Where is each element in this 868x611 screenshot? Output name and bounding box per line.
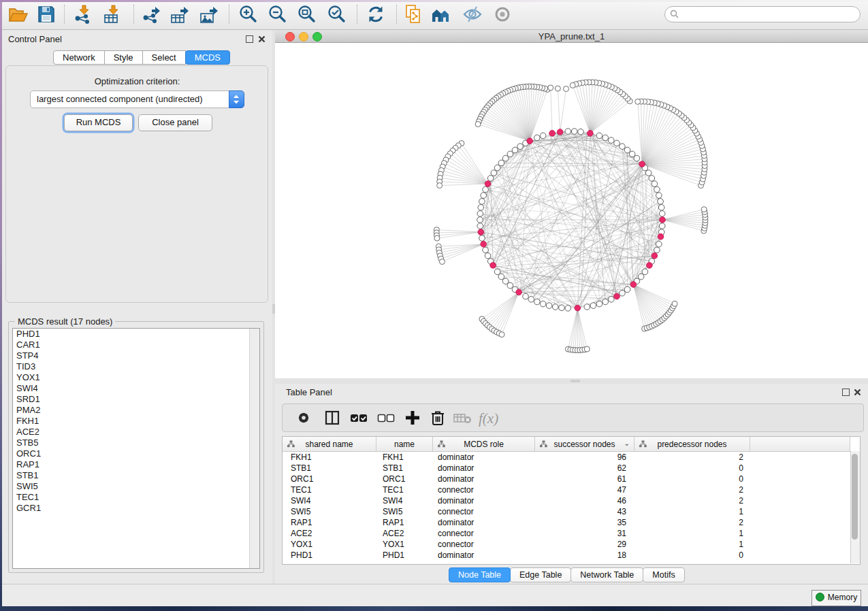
inactive-eye-icon[interactable] (492, 3, 513, 25)
toolbar-separator (133, 5, 134, 24)
column-header-successor-nodes[interactable]: successor nodes⌄ (535, 437, 634, 451)
tab-select[interactable]: Select (142, 50, 186, 65)
mcds-result-item[interactable]: SWI4 (13, 383, 259, 394)
horizontal-splitter[interactable] (275, 378, 868, 384)
search-icon (670, 10, 679, 19)
mcds-result-item[interactable]: TID3 (13, 361, 259, 372)
desktop-wallpaper-edge-left (0, 2, 2, 606)
mcds-result-item[interactable]: GCR1 (13, 503, 259, 514)
refresh-icon[interactable] (365, 3, 387, 25)
table-row[interactable]: FKH1FKH1dominator962 (283, 452, 850, 463)
toolbar-separator (229, 5, 229, 24)
add-column-icon[interactable] (404, 409, 421, 429)
table-panel-title: Table Panel (286, 387, 332, 397)
control-panel-tabs: NetworkStyleSelectMCDS (54, 50, 230, 65)
tab-network[interactable]: Network (53, 50, 105, 65)
close-panel-button[interactable]: Close panel (138, 114, 212, 131)
mcds-result-group: MCDS result (17 nodes) PHD1CAR1STP4TID3Y… (8, 321, 264, 573)
desktop-wallpaper-edge-bottom (0, 606, 868, 611)
mcds-list-scrollbar[interactable] (249, 329, 259, 568)
import-table-icon[interactable] (101, 3, 123, 25)
table-panel: Table Panel f(x) shared namenameMCDS rol… (275, 384, 868, 584)
function-builder-icon: f(x) (477, 409, 504, 430)
close-table-panel-icon[interactable] (854, 388, 861, 398)
network-canvas[interactable] (275, 43, 868, 378)
tab-edge-table[interactable]: Edge Table (510, 567, 571, 582)
tab-network-table[interactable]: Network Table (570, 567, 643, 582)
mcds-result-item[interactable]: ORC1 (13, 448, 259, 459)
desktop-wallpaper-edge (0, 0, 868, 2)
table-row[interactable]: PHD1PHD1dominator180 (283, 550, 850, 561)
toolbar-separator (64, 5, 65, 24)
mcds-result-item[interactable]: TEC1 (13, 492, 259, 503)
column-header-shared-name[interactable]: shared name (283, 437, 376, 451)
mcds-result-item[interactable]: STB1 (13, 470, 259, 481)
mcds-result-item[interactable]: STB5 (13, 437, 259, 448)
zoom-out-icon[interactable] (266, 3, 288, 25)
save-icon[interactable] (35, 3, 57, 25)
node-table: shared namenameMCDS rolesuccessor nodes⌄… (282, 436, 861, 565)
mcds-result-item[interactable]: SWI5 (13, 481, 259, 492)
dropdown-value: largest connected component (undirected) (37, 94, 203, 104)
table-row[interactable]: SWI4SWI4dominator462 (283, 495, 850, 506)
close-panel-icon[interactable] (258, 35, 266, 45)
mcds-result-item[interactable]: RAP1 (13, 459, 259, 470)
open-folder-icon[interactable] (7, 3, 29, 25)
gear-icon[interactable] (295, 409, 312, 429)
zoom-selected-icon[interactable] (325, 3, 347, 25)
memory-status-icon (816, 593, 824, 601)
select-all-icon[interactable] (349, 409, 368, 429)
table-row[interactable]: TEC1TEC1connector472 (283, 484, 850, 495)
application-window: Control Panel NetworkStyleSelectMCDS Opt… (0, 0, 868, 611)
dropdown-stepper-icon (229, 90, 244, 108)
mcds-result-item[interactable]: YOX1 (13, 372, 259, 383)
mcds-result-item[interactable]: CAR1 (13, 340, 259, 350)
zoom-in-icon[interactable] (237, 3, 259, 25)
export-table-icon[interactable] (169, 3, 191, 25)
mcds-result-item[interactable]: STP4 (13, 350, 259, 361)
deselect-all-icon[interactable] (376, 409, 396, 429)
table-header-row: shared namenameMCDS rolesuccessor nodes⌄… (283, 437, 850, 452)
export-image-icon[interactable] (198, 3, 220, 25)
memory-button[interactable]: Memory (811, 590, 861, 606)
column-header-predecessor-nodes[interactable]: predecessor nodes (634, 437, 750, 451)
table-toolbar: f(x) (282, 403, 864, 432)
optimization-criterion-dropdown[interactable]: largest connected component (undirected) (30, 90, 244, 108)
tab-style[interactable]: Style (104, 50, 143, 65)
tab-node-table[interactable]: Node Table (449, 567, 511, 582)
table-row[interactable]: ORC1ORC1dominator610 (283, 474, 850, 484)
table-row[interactable]: SWI5SWI5connector431 (283, 506, 850, 517)
search-input[interactable] (664, 6, 861, 22)
tab-mcds[interactable]: MCDS (185, 50, 230, 65)
mcds-result-item[interactable]: PMA2 (13, 405, 259, 416)
table-row[interactable]: RAP1RAP1dominator352 (283, 517, 850, 528)
float-table-panel-icon[interactable] (842, 389, 850, 396)
network-window-titlebar[interactable]: YPA_prune.txt_1 (275, 30, 868, 43)
mcds-result-item[interactable]: SRD1 (13, 394, 259, 405)
mcds-result-item[interactable]: FKH1 (13, 416, 259, 427)
column-header-empty[interactable] (750, 437, 850, 451)
float-panel-icon[interactable] (246, 35, 253, 43)
table-row[interactable]: YOX1YOX1connector291 (283, 539, 850, 550)
mcds-result-list[interactable]: PHD1CAR1STP4TID3YOX1SWI4SRD1PMA2FKH1ACE2… (12, 328, 260, 569)
mcds-result-legend: MCDS result (17 nodes) (15, 316, 115, 327)
column-header-name[interactable]: name (376, 437, 433, 451)
split-columns-icon[interactable] (323, 409, 341, 429)
toolbar-separator (357, 5, 357, 24)
run-mcds-button[interactable]: Run MCDS (64, 114, 133, 131)
copy-network-icon[interactable] (403, 3, 425, 25)
hide-panel-icon[interactable] (462, 3, 483, 25)
network-overview-icon[interactable] (430, 3, 452, 25)
export-network-icon[interactable] (140, 3, 162, 25)
table-row[interactable]: STB1STB1dominator620 (283, 463, 850, 474)
table-scrollbar[interactable] (850, 451, 860, 563)
control-panel: Control Panel NetworkStyleSelectMCDS Opt… (2, 30, 272, 584)
zoom-fit-icon[interactable] (295, 3, 317, 25)
column-header-MCDS-role[interactable]: MCDS role (433, 437, 535, 451)
mcds-result-item[interactable]: ACE2 (13, 427, 259, 437)
import-network-icon[interactable] (72, 3, 94, 25)
delete-icon[interactable] (429, 409, 447, 429)
table-row[interactable]: ACE2ACE2connector311 (283, 528, 850, 539)
mcds-result-item[interactable]: PHD1 (13, 329, 259, 340)
tab-motifs[interactable]: Motifs (643, 567, 684, 582)
